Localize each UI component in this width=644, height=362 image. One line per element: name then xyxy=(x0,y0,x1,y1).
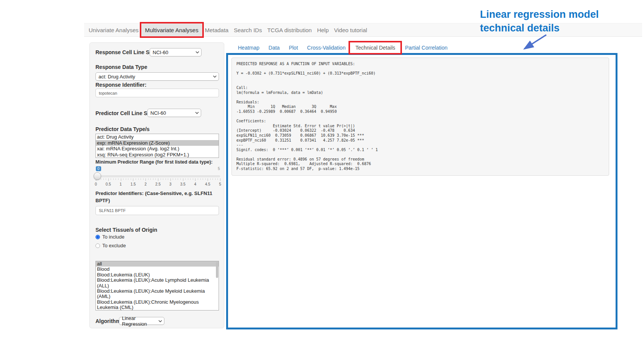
min-predictor-range-label: Minimum Predictor Range (for first liste… xyxy=(95,159,213,165)
slider-tick-label: 0 xyxy=(95,182,97,186)
response-data-type-select[interactable]: act: Drug Activity xyxy=(95,72,219,81)
predictor-identifiers-input[interactable]: SLFN11 BPTF xyxy=(95,206,219,215)
predictor-cell-line-set-select[interactable]: NCI-60 xyxy=(147,109,201,117)
annotation-caption-line1: Linear regression model xyxy=(480,8,639,21)
slider-tick-label: 3.5 xyxy=(180,182,186,186)
response-identifier-value: topotecan xyxy=(99,91,117,95)
radio-icon xyxy=(95,243,100,248)
slider-tick-label: 3 xyxy=(169,182,172,186)
annotation-caption-line2: technical details xyxy=(480,21,639,35)
radio-to-include-label: To include xyxy=(102,234,125,240)
nav-item-metadata[interactable]: Metadata xyxy=(202,23,231,36)
predictor-cell-line-set-value: NCI-60 xyxy=(150,110,166,116)
response-identifier-label: Response Identifier: xyxy=(95,82,147,88)
radio-to-include[interactable]: To include xyxy=(95,234,125,240)
nav-item-help[interactable]: Help xyxy=(314,23,331,36)
scrollbar-thumb[interactable] xyxy=(216,262,218,278)
response-cell-line-set-select[interactable]: NCI-60 xyxy=(150,48,202,56)
nav-item-video-tutorial[interactable]: Video tutorial xyxy=(331,23,370,36)
slider-tick-label: 1 xyxy=(120,182,122,186)
chevron-down-icon xyxy=(213,75,217,78)
tab-technical-details[interactable]: Technical Details xyxy=(350,42,400,53)
list-option[interactable]: act: Drug Activity xyxy=(96,134,219,140)
technical-details-highlight-box: PREDICTED RESPONSE AS A FUNCTION OF INPU… xyxy=(226,53,617,329)
tab-partial-correlation[interactable]: Partial Correlation xyxy=(400,42,452,53)
list-option[interactable]: Blood:Leukemia (LEUK):Chronic Myelogenou… xyxy=(96,300,219,311)
slider-tick-label: 4 xyxy=(194,182,197,186)
list-option[interactable]: all xyxy=(96,261,219,267)
tissue-origin-label: Select Tissue/s of Origin xyxy=(95,227,157,233)
list-option[interactable]: exp: mRNA Expression (Z-Score) xyxy=(96,140,219,146)
slider-tick-label: 2.5 xyxy=(155,182,161,186)
slider-tick-label: 4.5 xyxy=(205,182,210,186)
slider-tick-label: 1.5 xyxy=(130,182,136,186)
algorithm-label: Algorithm xyxy=(95,318,120,324)
slider-track[interactable] xyxy=(96,175,220,177)
nav-item-multivariate-analyses[interactable]: Multivariate Analyses xyxy=(141,23,202,36)
predictor-data-types-listbox: act: Drug Activity exp: mRNA Expression … xyxy=(95,134,219,158)
predictor-identifiers-label: Predictor Identifiers: (Case-Sensitive, … xyxy=(95,190,226,204)
tab-plot[interactable]: Plot xyxy=(284,42,302,53)
response-data-type-value: act: Drug Activity xyxy=(98,74,135,80)
response-cell-line-set-value: NCI-60 xyxy=(153,50,168,55)
list-option[interactable]: xai: mRNA Expression (Avg. log2 Int.) xyxy=(96,146,219,152)
radio-icon xyxy=(95,235,100,239)
chevron-down-icon xyxy=(195,51,199,53)
chevron-down-icon xyxy=(158,320,162,322)
tab-heatmap[interactable]: Heatmap xyxy=(233,42,264,53)
slider-tick-label: 0.5 xyxy=(106,182,111,186)
algorithm-value: Linear Regression xyxy=(122,315,157,327)
slider-max-label: 5 xyxy=(218,167,220,171)
radio-to-exclude[interactable]: To exclude xyxy=(95,243,126,248)
response-data-type-label: Response Data Type xyxy=(95,64,147,70)
slider-value-badge: 0 xyxy=(96,166,101,171)
sidebar-panel: Response Cell Line Set NCI-60 Response D… xyxy=(89,42,224,328)
radio-to-exclude-label: To exclude xyxy=(102,243,126,248)
list-option[interactable]: Blood xyxy=(96,267,219,272)
slider-tick-label: 2 xyxy=(144,182,147,186)
chevron-down-icon xyxy=(195,112,199,114)
slider-major-ticks xyxy=(96,178,220,181)
page: Univariate Analyses Multivariate Analyse… xyxy=(0,0,644,362)
nav-item-univariate-analyses[interactable]: Univariate Analyses xyxy=(86,23,141,36)
result-tabs-bar: Heatmap Data Plot Cross-Validation Techn… xyxy=(233,42,452,53)
min-predictor-range-slider: 0 5 0 0.5 1 1.5 2 2.5 3 3.5 4 4.5 5 xyxy=(90,165,225,188)
nav-item-tcga-distribution[interactable]: TCGA distribution xyxy=(264,23,314,36)
response-identifier-input[interactable]: topotecan xyxy=(95,89,219,97)
list-option[interactable]: Blood:Leukemia (LEUK):Acute Myeloid Leuk… xyxy=(96,289,219,300)
predictor-data-types-label: Predictor Data Type/s xyxy=(95,126,150,132)
annotation-caption: Linear regression model technical detail… xyxy=(480,8,639,35)
tab-data[interactable]: Data xyxy=(264,42,284,53)
list-option[interactable]: Blood:Leukemia (LEUK):Acute Lymphoid Leu… xyxy=(96,278,219,289)
slider-handle[interactable] xyxy=(94,172,101,180)
list-option[interactable]: Blood:Leukemia (LEUK) xyxy=(96,272,219,278)
list-option[interactable]: xsq: RNA-seq Expression (log2 FPKM+1.) xyxy=(96,152,219,158)
response-cell-line-set-label: Response Cell Line Set xyxy=(95,49,154,55)
slider-tick-label: 5 xyxy=(219,182,221,186)
technical-details-output: PREDICTED RESPONSE AS A FUNCTION OF INPU… xyxy=(231,58,609,176)
tab-cross-validation[interactable]: Cross-Validation xyxy=(303,42,350,53)
nav-item-search-ids[interactable]: Search IDs xyxy=(231,23,264,36)
predictor-identifiers-value: SLFN11 BPTF xyxy=(99,208,126,213)
annotation-arrow-icon xyxy=(518,33,550,54)
tissue-listbox: all Blood Blood:Leukemia (LEUK) Blood:Le… xyxy=(95,261,219,311)
predictor-cell-line-set-label: Predictor Cell Line Set xyxy=(95,110,152,116)
algorithm-select[interactable]: Linear Regression xyxy=(119,317,164,325)
